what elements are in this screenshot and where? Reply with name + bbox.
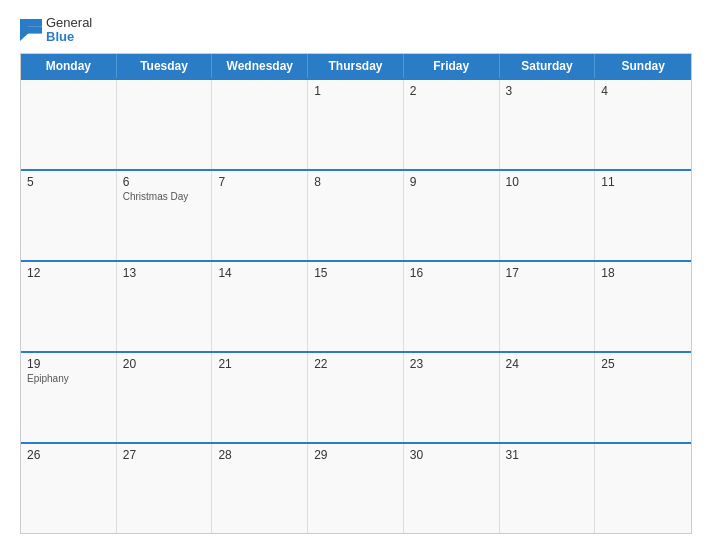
calendar-cell-5-5: 30 (404, 444, 500, 533)
day-number: 10 (506, 175, 589, 189)
day-number: 26 (27, 448, 110, 462)
col-wednesday: Wednesday (212, 54, 308, 78)
day-number: 9 (410, 175, 493, 189)
calendar-cell-1-1 (21, 80, 117, 169)
day-number: 19 (27, 357, 110, 371)
day-number: 25 (601, 357, 685, 371)
calendar-page: General Blue Monday Tuesday Wednesday Th… (0, 0, 712, 550)
calendar-cell-3-1: 12 (21, 262, 117, 351)
calendar-cell-5-6: 31 (500, 444, 596, 533)
day-number: 7 (218, 175, 301, 189)
calendar-cell-4-6: 24 (500, 353, 596, 442)
day-number: 8 (314, 175, 397, 189)
col-thursday: Thursday (308, 54, 404, 78)
calendar-cell-1-6: 3 (500, 80, 596, 169)
day-number: 2 (410, 84, 493, 98)
calendar-body: 123456Christmas Day789101112131415161718… (21, 78, 691, 533)
logo-blue: Blue (46, 30, 92, 44)
calendar-cell-3-5: 16 (404, 262, 500, 351)
calendar-cell-3-2: 13 (117, 262, 213, 351)
calendar-cell-4-3: 21 (212, 353, 308, 442)
calendar-header: Monday Tuesday Wednesday Thursday Friday… (21, 54, 691, 78)
day-number: 11 (601, 175, 685, 189)
col-tuesday: Tuesday (117, 54, 213, 78)
calendar-week-4: 19Epiphany202122232425 (21, 351, 691, 442)
calendar-week-3: 12131415161718 (21, 260, 691, 351)
day-number: 21 (218, 357, 301, 371)
day-number: 29 (314, 448, 397, 462)
day-number: 18 (601, 266, 685, 280)
day-number: 15 (314, 266, 397, 280)
calendar-cell-4-7: 25 (595, 353, 691, 442)
svg-rect-3 (20, 19, 42, 26)
calendar-cell-1-2 (117, 80, 213, 169)
calendar-cell-3-3: 14 (212, 262, 308, 351)
page-header: General Blue (20, 16, 692, 45)
holiday-label: Christmas Day (123, 191, 206, 202)
calendar-cell-2-1: 5 (21, 171, 117, 260)
calendar-cell-1-3 (212, 80, 308, 169)
col-friday: Friday (404, 54, 500, 78)
day-number: 4 (601, 84, 685, 98)
day-number: 3 (506, 84, 589, 98)
day-number: 24 (506, 357, 589, 371)
calendar-cell-2-2: 6Christmas Day (117, 171, 213, 260)
day-number: 14 (218, 266, 301, 280)
day-number: 17 (506, 266, 589, 280)
day-number: 12 (27, 266, 110, 280)
logo-general: General (46, 16, 92, 30)
day-number: 6 (123, 175, 206, 189)
calendar-cell-3-4: 15 (308, 262, 404, 351)
calendar-cell-2-5: 9 (404, 171, 500, 260)
calendar-week-2: 56Christmas Day7891011 (21, 169, 691, 260)
calendar-week-5: 262728293031 (21, 442, 691, 533)
col-saturday: Saturday (500, 54, 596, 78)
day-number: 1 (314, 84, 397, 98)
day-number: 31 (506, 448, 589, 462)
day-number: 27 (123, 448, 206, 462)
calendar-cell-1-4: 1 (308, 80, 404, 169)
col-sunday: Sunday (595, 54, 691, 78)
calendar-cell-2-3: 7 (212, 171, 308, 260)
calendar-cell-2-6: 10 (500, 171, 596, 260)
calendar-cell-5-3: 28 (212, 444, 308, 533)
calendar-cell-2-4: 8 (308, 171, 404, 260)
calendar-cell-3-7: 18 (595, 262, 691, 351)
calendar-cell-4-1: 19Epiphany (21, 353, 117, 442)
calendar-grid: Monday Tuesday Wednesday Thursday Friday… (20, 53, 692, 534)
calendar-cell-2-7: 11 (595, 171, 691, 260)
calendar-cell-5-2: 27 (117, 444, 213, 533)
day-number: 28 (218, 448, 301, 462)
calendar-cell-5-7 (595, 444, 691, 533)
holiday-label: Epiphany (27, 373, 110, 384)
logo-icon (20, 19, 42, 41)
day-number: 30 (410, 448, 493, 462)
day-number: 22 (314, 357, 397, 371)
calendar-cell-5-1: 26 (21, 444, 117, 533)
day-number: 5 (27, 175, 110, 189)
logo: General Blue (20, 16, 92, 45)
calendar-cell-1-7: 4 (595, 80, 691, 169)
calendar-cell-5-4: 29 (308, 444, 404, 533)
day-number: 20 (123, 357, 206, 371)
calendar-cell-1-5: 2 (404, 80, 500, 169)
calendar-cell-3-6: 17 (500, 262, 596, 351)
calendar-cell-4-4: 22 (308, 353, 404, 442)
day-number: 23 (410, 357, 493, 371)
day-number: 13 (123, 266, 206, 280)
calendar-cell-4-2: 20 (117, 353, 213, 442)
calendar-cell-4-5: 23 (404, 353, 500, 442)
day-number: 16 (410, 266, 493, 280)
col-monday: Monday (21, 54, 117, 78)
calendar-week-1: 1234 (21, 78, 691, 169)
